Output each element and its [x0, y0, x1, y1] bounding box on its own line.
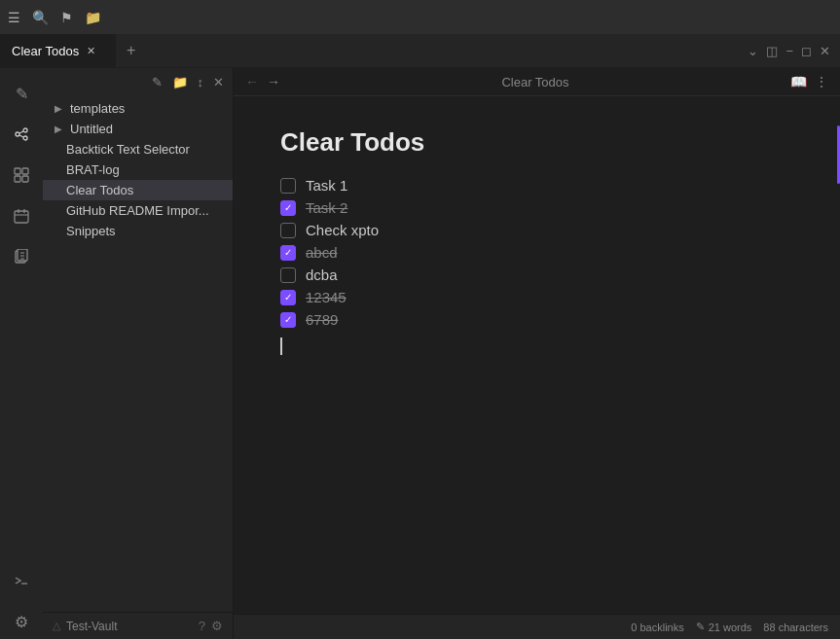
- svg-line-4: [19, 135, 23, 137]
- tree-item-github-readme[interactable]: GitHub README Impor...: [43, 200, 233, 221]
- todo-checkbox-6[interactable]: ✓: [280, 312, 296, 328]
- more-options-icon[interactable]: ⋮: [815, 74, 828, 89]
- collapse-btn[interactable]: ✕: [210, 72, 227, 92]
- status-bar: 0 backlinks ✎ 21 words 88 characters: [234, 614, 840, 639]
- todo-item-1: ✓ Task 2: [280, 199, 793, 216]
- editor-content[interactable]: Clear Todos Task 1 ✓ Task 2 Check xpto: [234, 96, 840, 614]
- folder-icon[interactable]: 📁: [85, 10, 101, 25]
- svg-line-3: [19, 131, 23, 133]
- new-note-icon-btn[interactable]: ✎: [4, 76, 39, 111]
- backlinks-status[interactable]: 0 backlinks: [631, 621, 683, 633]
- tree-item-clear-todos[interactable]: Clear Todos: [43, 180, 233, 200]
- svg-rect-9: [15, 211, 28, 223]
- plugin-icon-btn[interactable]: [4, 158, 39, 193]
- file-tree-header: ✎ 📁 ↕ ✕: [43, 68, 233, 96]
- forward-button[interactable]: →: [267, 74, 280, 89]
- file-tree-items: ▶ templates ▶ Untitled Backtick Text Sel…: [43, 96, 233, 612]
- svg-rect-6: [22, 168, 28, 174]
- todo-checkbox-5[interactable]: ✓: [280, 290, 296, 305]
- todo-item-2: Check xpto: [280, 222, 793, 238]
- todo-label-2: Check xpto: [306, 222, 379, 238]
- todo-item-6: ✓ 6789: [280, 311, 793, 328]
- close-window-icon[interactable]: ✕: [820, 44, 830, 58]
- doc-title: Clear Todos: [280, 127, 793, 158]
- pencil-icon: ✎: [696, 621, 705, 633]
- settings-icon-btn[interactable]: ⚙: [4, 604, 39, 639]
- todo-label-4: dcba: [306, 266, 338, 283]
- tree-item-untitled[interactable]: ▶ Untitled: [43, 119, 233, 139]
- maximize-icon[interactable]: ◻: [801, 44, 812, 58]
- svg-point-2: [23, 136, 27, 140]
- book-open-icon[interactable]: 📖: [790, 74, 807, 89]
- svg-point-0: [16, 132, 19, 136]
- sort-btn[interactable]: ↕: [195, 72, 207, 92]
- bookmark-icon[interactable]: ⚑: [60, 10, 73, 25]
- new-folder-btn[interactable]: 📁: [169, 72, 191, 92]
- svg-point-1: [23, 128, 27, 132]
- help-icon[interactable]: ?: [199, 619, 205, 633]
- files-icon-btn[interactable]: [4, 239, 39, 274]
- characters-status: 88 characters: [763, 621, 828, 633]
- tree-item-snippets[interactable]: Snippets: [43, 221, 233, 241]
- tab-bar: Clear Todos ✕ + ⌄ ◫ − ◻ ✕: [0, 34, 840, 68]
- tab-clear-todos[interactable]: Clear Todos ✕: [0, 34, 117, 68]
- graph-icon-btn[interactable]: [4, 117, 39, 152]
- todo-label-3: abcd: [306, 244, 338, 261]
- words-status: ✎ 21 words: [696, 621, 752, 633]
- todo-label-0: Task 1: [306, 177, 347, 194]
- scroll-accent: [836, 96, 840, 614]
- todo-checkbox-3[interactable]: ✓: [280, 245, 296, 261]
- todo-label-1: Task 2: [306, 199, 347, 216]
- todo-item-5: ✓ 12345: [280, 289, 793, 305]
- todo-item-4: dcba: [280, 266, 793, 283]
- todo-item-0: Task 1: [280, 177, 793, 194]
- toolbar-right: 📖 ⋮: [790, 74, 828, 89]
- tab-controls: ⌄ ◫ − ◻ ✕: [748, 44, 840, 58]
- minimize-icon[interactable]: −: [785, 44, 793, 58]
- editor-area: ← → Clear Todos 📖 ⋮ Clear Todos Task 1 ✓: [234, 68, 840, 639]
- back-button[interactable]: ←: [245, 74, 259, 89]
- file-tree-footer: △ Test-Vault ? ⚙: [43, 612, 233, 639]
- words-text: 21 words: [709, 621, 752, 633]
- todo-checkbox-0[interactable]: [280, 178, 296, 194]
- calendar-icon-btn[interactable]: [4, 198, 39, 233]
- todo-item-3: ✓ abcd: [280, 244, 793, 261]
- chevron-down-icon[interactable]: ⌄: [748, 44, 758, 58]
- vault-name: Test-Vault: [66, 620, 193, 633]
- cursor-line: [280, 334, 793, 355]
- characters-text: 88 characters: [763, 621, 828, 633]
- main-layout: ✎: [0, 68, 840, 639]
- todo-list: Task 1 ✓ Task 2 Check xpto ✓ abcd: [280, 177, 793, 355]
- settings-footer-icon[interactable]: ⚙: [211, 619, 223, 633]
- file-tree: ✎ 📁 ↕ ✕ ▶ templates ▶ Untitled Backtick …: [43, 68, 234, 639]
- terminal-icon-btn[interactable]: [4, 563, 39, 598]
- sidebar-icons: ✎: [0, 68, 43, 639]
- title-bar-icons: ☰ 🔍 ⚑ 📁: [8, 10, 101, 25]
- sidebar-toggle-icon[interactable]: ☰: [8, 10, 20, 25]
- tree-item-backtick[interactable]: Backtick Text Selector: [43, 139, 233, 160]
- svg-rect-5: [15, 168, 20, 174]
- todo-label-5: 12345: [306, 289, 347, 305]
- title-bar: ☰ 🔍 ⚑ 📁: [0, 0, 840, 34]
- editor-toolbar: ← → Clear Todos 📖 ⋮: [234, 68, 840, 96]
- arrow-icon: ▶: [55, 103, 66, 114]
- backlinks-text: 0 backlinks: [631, 621, 683, 633]
- arrow-icon: ▶: [55, 124, 66, 134]
- split-view-icon[interactable]: ◫: [766, 44, 778, 58]
- text-cursor: [280, 337, 282, 355]
- new-note-btn[interactable]: ✎: [149, 72, 165, 92]
- editor-title: Clear Todos: [288, 75, 783, 89]
- todo-checkbox-1[interactable]: ✓: [280, 200, 296, 216]
- svg-rect-8: [22, 176, 28, 182]
- todo-checkbox-4[interactable]: [280, 267, 296, 283]
- svg-rect-7: [15, 176, 20, 182]
- tree-item-templates[interactable]: ▶ templates: [43, 98, 233, 119]
- todo-label-6: 6789: [306, 311, 338, 328]
- todo-checkbox-2[interactable]: [280, 223, 296, 238]
- tab-label: Clear Todos: [12, 44, 79, 58]
- tab-close-icon[interactable]: ✕: [87, 45, 95, 57]
- search-icon[interactable]: 🔍: [32, 10, 49, 25]
- tab-add-button[interactable]: +: [117, 34, 145, 68]
- tree-item-brat-log[interactable]: BRAT-log: [43, 160, 233, 180]
